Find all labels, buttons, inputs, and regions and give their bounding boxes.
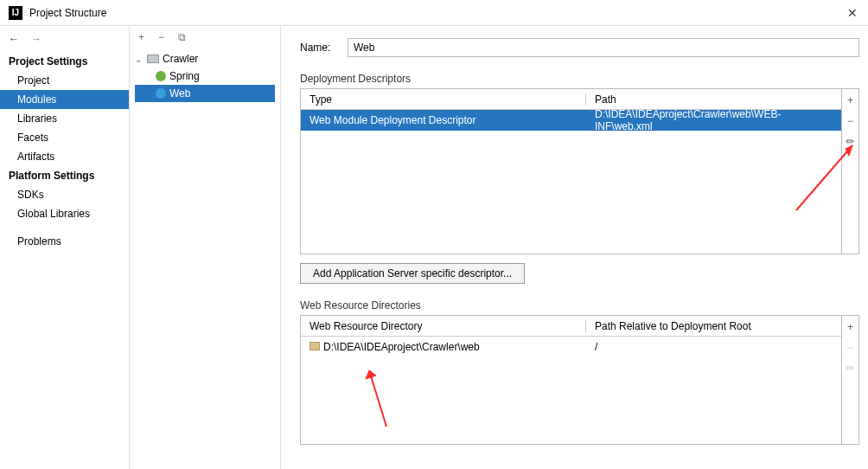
back-icon[interactable]: ←: [9, 33, 19, 45]
dd-edit-icon[interactable]: ✎: [843, 135, 858, 150]
remove-module-icon[interactable]: −: [158, 31, 164, 43]
dd-col-type: Type: [301, 93, 586, 106]
spring-icon: [156, 71, 166, 81]
settings-sidebar: ← → Project Settings Project Modules Lib…: [0, 26, 130, 469]
sidebar-section-project: Project Settings: [0, 52, 129, 71]
name-input[interactable]: [348, 38, 859, 57]
sidebar-item-libraries[interactable]: Libraries: [0, 109, 129, 128]
tree-label: Spring: [169, 70, 200, 82]
folder-icon: [310, 342, 320, 350]
name-label: Name:: [300, 42, 348, 54]
add-module-icon[interactable]: +: [138, 31, 144, 43]
module-tree-panel: + − ⧉ ⌄ Crawler Spring Web: [130, 26, 281, 469]
dd-col-path: Path: [586, 93, 841, 106]
dd-remove-icon[interactable]: −: [847, 115, 853, 127]
wr-remove-icon[interactable]: −: [847, 342, 853, 354]
wr-row-dir: D:\IDEA\IDEAproject\Crawler\web: [301, 341, 586, 353]
sidebar-item-artifacts[interactable]: Artifacts: [0, 147, 129, 166]
wr-section-label: Web Resource Directories: [300, 299, 859, 312]
tree-node-web[interactable]: Web: [135, 85, 275, 102]
wr-add-icon[interactable]: +: [847, 321, 853, 333]
forward-icon[interactable]: →: [31, 33, 41, 45]
tree-label: Crawler: [163, 53, 198, 65]
sidebar-item-global-libraries[interactable]: Global Libraries: [0, 204, 129, 223]
dd-row[interactable]: Web Module Deployment Descriptor D:\IDEA…: [301, 110, 841, 131]
wr-row-rel: /: [586, 341, 841, 353]
folder-icon: [147, 55, 159, 63]
expand-icon[interactable]: ⌄: [135, 55, 144, 64]
wr-col-rel: Path Relative to Deployment Root: [586, 320, 841, 332]
sidebar-item-modules[interactable]: Modules: [0, 90, 129, 109]
sidebar-item-sdks[interactable]: SDKs: [0, 185, 129, 204]
dd-section-label: Deployment Descriptors: [300, 73, 859, 85]
titlebar: IJ Project Structure ✕: [0, 0, 868, 26]
dd-add-icon[interactable]: +: [847, 94, 853, 106]
sidebar-section-platform: Platform Settings: [0, 166, 129, 185]
copy-module-icon[interactable]: ⧉: [178, 31, 186, 43]
wr-row[interactable]: D:\IDEA\IDEAproject\Crawler\web /: [301, 337, 841, 357]
close-button[interactable]: ✕: [846, 6, 859, 20]
sidebar-item-problems[interactable]: Problems: [0, 232, 129, 251]
dd-row-path: D:\IDEA\IDEAproject\Crawler\web\WEB-INF\…: [586, 108, 841, 132]
sidebar-item-project[interactable]: Project: [0, 71, 129, 90]
wr-edit-icon[interactable]: ✎: [843, 362, 858, 376]
tree-node-crawler[interactable]: ⌄ Crawler: [135, 50, 275, 67]
wr-panel: Web Resource Directory Path Relative to …: [300, 315, 859, 445]
tree-label: Web: [169, 87, 190, 100]
sidebar-item-facets[interactable]: Facets: [0, 128, 129, 147]
dd-row-type: Web Module Deployment Descriptor: [301, 114, 586, 126]
tree-node-spring[interactable]: Spring: [135, 67, 275, 85]
main-panel: Name: Deployment Descriptors Type Path W…: [281, 26, 868, 469]
app-logo-icon: IJ: [9, 6, 22, 20]
dd-panel: Type Path Web Module Deployment Descript…: [300, 88, 859, 254]
window-title: Project Structure: [29, 7, 846, 19]
web-icon: [156, 88, 166, 99]
add-descriptor-button[interactable]: Add Application Server specific descript…: [300, 263, 525, 284]
wr-col-dir: Web Resource Directory: [301, 320, 586, 332]
